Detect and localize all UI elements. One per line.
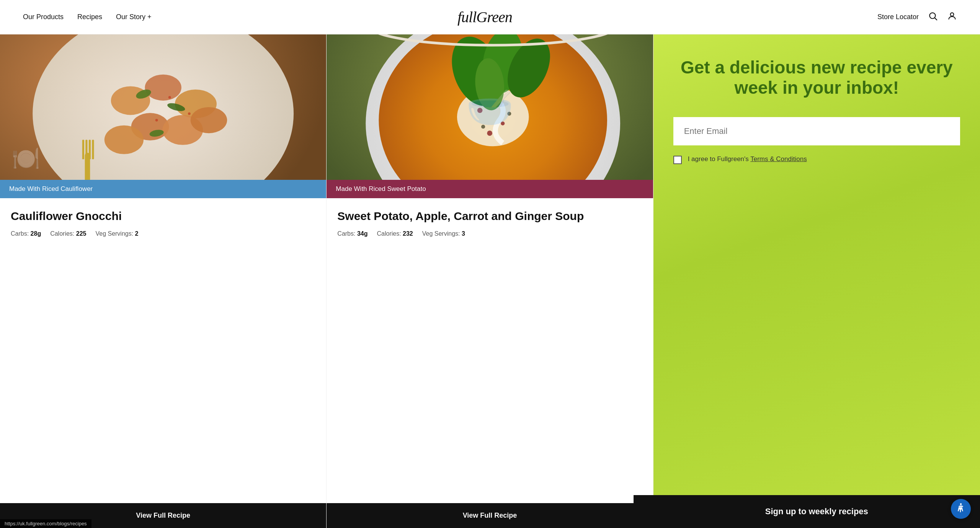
svg-point-23 [155, 119, 158, 122]
recipe-info-cauliflower: Cauliflower Gnocchi Carbs: 28g Calories:… [0, 198, 326, 503]
svg-point-1 [929, 13, 935, 18]
nav-right: Store Locator [877, 11, 957, 23]
svg-point-31 [508, 112, 511, 116]
recipe-meta-sweet-potato: Carbs: 34g Calories: 232 Veg Servings: 3 [337, 230, 642, 237]
signup-panel: Get a delicious new recipe every week in… [653, 34, 980, 528]
nav-our-products[interactable]: Our Products [23, 13, 64, 21]
logo-text: fullGreen [456, 13, 524, 29]
nav-left: Our Products Recipes Our Story + [23, 13, 152, 21]
recipe-meta-cauliflower: Carbs: 28g Calories: 225 Veg Servings: 2 [11, 230, 315, 237]
email-input-wrapper[interactable] [673, 117, 960, 145]
svg-point-3 [951, 13, 954, 16]
svg-text:fullGreen: fullGreen [457, 8, 512, 26]
recipe-card-cauliflower: Made With Riced Cauliflower Cauliflower … [0, 34, 327, 528]
signup-button[interactable]: Sign up to weekly recipes [634, 495, 980, 528]
veg-servings-label-2: Veg Servings: 3 [422, 230, 465, 237]
nav-recipes[interactable]: Recipes [77, 13, 102, 21]
account-button[interactable] [947, 11, 957, 23]
email-input[interactable] [684, 126, 949, 136]
user-icon [947, 11, 957, 23]
terms-text: I agree to Fullgreen's Terms & Condition… [688, 155, 807, 164]
svg-point-21 [168, 96, 171, 99]
svg-rect-17 [82, 140, 84, 159]
recipe-tag-cauliflower: Made With Riced Cauliflower [0, 180, 326, 198]
recipe-image-cauliflower [0, 34, 326, 180]
nav-our-story[interactable]: Our Story + [116, 13, 152, 21]
calories-label-2: Calories: 232 [377, 230, 413, 237]
svg-point-30 [487, 130, 493, 136]
accessibility-button[interactable] [951, 499, 971, 519]
svg-point-29 [501, 122, 505, 125]
svg-point-22 [188, 112, 191, 115]
svg-line-2 [935, 18, 937, 20]
url-text: https://uk.fullgreen.com/blogs/recipes [5, 521, 87, 526]
soup-image [327, 34, 653, 180]
svg-rect-19 [89, 140, 91, 159]
recipe-title-cauliflower: Cauliflower Gnocchi [11, 209, 315, 223]
terms-checkbox[interactable] [673, 156, 682, 164]
status-bar: https://uk.fullgreen.com/blogs/recipes [0, 519, 91, 528]
terms-link[interactable]: Terms & Conditions [750, 155, 807, 163]
calories-label: Calories: 225 [50, 230, 86, 237]
search-button[interactable] [928, 11, 938, 23]
search-icon [928, 11, 938, 23]
main-content: Made With Riced Cauliflower Cauliflower … [0, 34, 980, 528]
svg-point-11 [191, 107, 227, 133]
nav-store-locator[interactable]: Store Locator [877, 13, 919, 21]
svg-point-28 [477, 108, 483, 113]
recipe-info-sweet-potato: Sweet Potato, Apple, Carrot and Ginger S… [327, 198, 653, 503]
signup-headline: Get a delicious new recipe every week in… [673, 57, 960, 98]
svg-point-12 [105, 125, 144, 154]
veg-servings-label: Veg Servings: 2 [95, 230, 138, 237]
recipe-card-sweet-potato: Made With Riced Sweet Potato Sweet Potat… [327, 34, 653, 528]
nav-logo[interactable]: fullGreen [456, 5, 524, 29]
svg-point-38 [960, 503, 962, 505]
svg-point-5 [33, 34, 294, 180]
recipe-image-sweet-potato [327, 34, 653, 180]
terms-row: I agree to Fullgreen's Terms & Condition… [673, 155, 960, 164]
recipe-tag-sweet-potato: Made With Riced Sweet Potato [327, 180, 653, 198]
view-recipe-button-sweet-potato[interactable]: View Full Recipe [327, 503, 653, 528]
accessibility-icon [956, 502, 966, 516]
cauliflower-image [0, 34, 326, 180]
svg-rect-20 [92, 140, 94, 159]
navbar: Our Products Recipes Our Story + fullGre… [0, 0, 980, 34]
carbs-label-2: Carbs: 34g [337, 230, 368, 237]
svg-rect-18 [85, 140, 87, 159]
svg-point-32 [481, 125, 485, 129]
recipe-title-sweet-potato: Sweet Potato, Apple, Carrot and Ginger S… [337, 209, 642, 223]
svg-point-7 [145, 75, 181, 101]
carbs-label: Carbs: 28g [11, 230, 41, 237]
